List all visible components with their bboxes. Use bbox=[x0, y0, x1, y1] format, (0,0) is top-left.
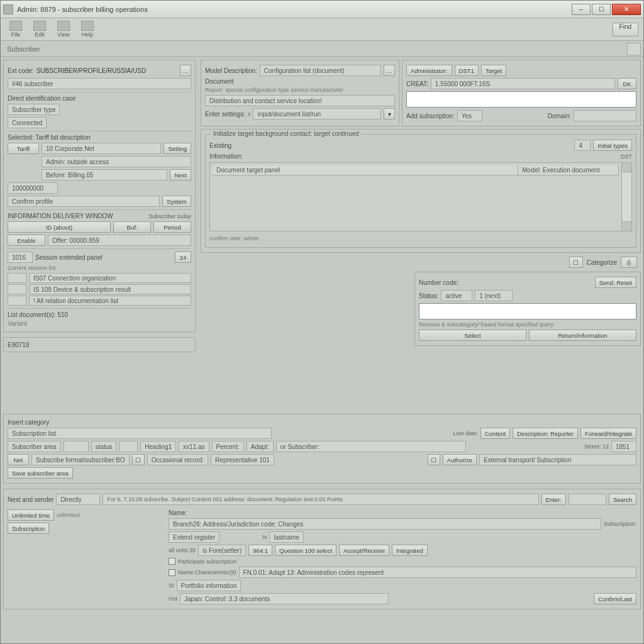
forward-button[interactable]: Forward/Integrate bbox=[580, 428, 636, 439]
send-reset-button[interactable]: Send: Reset bbox=[595, 277, 636, 288]
occasional-box[interactable]: Occasional record: bbox=[147, 454, 208, 465]
cell[interactable]: or Subscriber: bbox=[276, 441, 466, 452]
session-count[interactable]: 24 bbox=[175, 252, 191, 263]
list-header-a[interactable]: Document target panel bbox=[213, 165, 518, 175]
cell[interactable]: Percent: bbox=[212, 441, 244, 452]
offer-box[interactable]: Offer: 00000.859 bbox=[48, 235, 191, 246]
status-active-box[interactable]: active bbox=[441, 290, 472, 301]
cell[interactable] bbox=[64, 441, 89, 452]
authorize-button[interactable]: Authorize bbox=[443, 454, 477, 465]
dst1-button[interactable]: DST1 bbox=[455, 65, 479, 76]
col-c[interactable]: Period bbox=[153, 221, 191, 233]
setting-button[interactable]: Setting bbox=[164, 143, 191, 154]
dk-button[interactable]: DK bbox=[618, 78, 636, 89]
content-button[interactable]: Content bbox=[480, 428, 510, 439]
system-button[interactable]: System bbox=[162, 196, 191, 207]
confirm-last-button[interactable]: Confirm/Last bbox=[594, 593, 636, 604]
subscribe-format-box[interactable]: Subscribe format/subscriber:BO bbox=[31, 454, 130, 465]
model-desc-box[interactable]: Configuration list (document) bbox=[260, 65, 381, 76]
add-sub-value-box[interactable]: Yes bbox=[457, 110, 482, 121]
list-icon[interactable] bbox=[8, 296, 26, 306]
billing-box[interactable]: Before: Billing.05 bbox=[42, 169, 167, 180]
scrollbar[interactable] bbox=[621, 163, 631, 231]
target-button[interactable]: Target bbox=[481, 65, 506, 76]
name-char-checkbox[interactable] bbox=[169, 569, 175, 576]
japan-box[interactable]: Japan: Control: 3.3 documents bbox=[180, 593, 389, 604]
subscriber-type-box[interactable]: Subscriber type bbox=[8, 104, 60, 115]
search-button[interactable]: Search bbox=[609, 494, 636, 505]
confirm-profile-box[interactable]: Confirm profile bbox=[8, 196, 160, 207]
panel-toggle-icon[interactable] bbox=[627, 43, 641, 55]
tab-subscription[interactable]: Subscription bbox=[8, 523, 49, 534]
foresetter-box[interactable]: is Fore(setter) bbox=[198, 545, 246, 556]
status-next-box[interactable]: 1 (next) bbox=[475, 290, 513, 301]
icon-button[interactable]: ☐ bbox=[132, 454, 145, 465]
text-input[interactable] bbox=[419, 303, 636, 319]
browse-button[interactable]: … bbox=[180, 65, 191, 76]
desc-reporter-button[interactable]: Description: Reporter bbox=[513, 428, 578, 439]
checkbox-button[interactable]: ☐ bbox=[569, 257, 583, 268]
browse-button[interactable]: … bbox=[384, 65, 395, 76]
rep-box[interactable]: Representative 101 bbox=[211, 454, 274, 465]
extend-reg-box[interactable]: Extend register bbox=[169, 531, 219, 543]
list-item[interactable]: IS 109 Device & subscription result bbox=[29, 284, 191, 294]
directly-box[interactable]: Directly bbox=[56, 494, 100, 505]
ratio-button[interactable]: 964:1 bbox=[248, 545, 272, 556]
connected-box[interactable]: Connected bbox=[8, 117, 47, 128]
creat-value-box[interactable]: 1.55000 000FT.16S bbox=[431, 78, 615, 89]
col-b[interactable]: Buf: bbox=[113, 221, 151, 233]
list-item[interactable]: ! All relation documentation list bbox=[29, 296, 191, 306]
cell[interactable]: Subscriber area bbox=[8, 441, 61, 452]
maximize-button[interactable]: ☐ bbox=[592, 4, 611, 15]
numeric-box[interactable]: 100000000 bbox=[8, 182, 58, 194]
enter-button[interactable]: Enter: bbox=[541, 494, 566, 505]
toolbar-item[interactable]: Edit bbox=[30, 21, 50, 38]
session-id-box[interactable]: 1016 bbox=[8, 252, 33, 263]
toolbar-item[interactable]: File bbox=[6, 21, 26, 38]
integrated-button[interactable]: Integrated bbox=[392, 545, 428, 556]
breadcrumb[interactable]: Subscriber bbox=[1, 45, 47, 53]
admin-access-box[interactable]: Admin: outside access bbox=[42, 156, 191, 167]
branch-box[interactable]: Branch26: Address/Jurisdiction code: Cha… bbox=[169, 518, 601, 530]
fn-box[interactable]: FN.0.01: Adapt 13: Administration codes … bbox=[239, 567, 636, 578]
external-transport-box[interactable]: External transport/ Subscription bbox=[479, 454, 636, 465]
find-button[interactable]: Find bbox=[613, 23, 638, 36]
enter-value-box[interactable] bbox=[569, 494, 606, 505]
subscription-list-tab[interactable]: Subscription list bbox=[8, 428, 272, 439]
toolbar-item[interactable]: View bbox=[53, 21, 74, 38]
icon-button[interactable]: ☐ bbox=[428, 454, 440, 465]
list-item[interactable]: IS07 Connection organization bbox=[29, 273, 191, 283]
save-button[interactable]: Save subscriber area bbox=[8, 467, 73, 479]
search-input[interactable] bbox=[406, 91, 636, 108]
settings-path-box[interactable]: input/document.list/run bbox=[253, 108, 381, 119]
print-icon[interactable]: ⎙ bbox=[621, 257, 637, 268]
existing-count-box[interactable]: 4 bbox=[574, 140, 591, 151]
portfolio-box[interactable]: Portfolio information bbox=[177, 580, 242, 591]
return-info-button[interactable]: Return/information bbox=[529, 330, 636, 341]
lastname-box[interactable]: lastname bbox=[269, 531, 304, 543]
toolbar-item[interactable]: Help bbox=[77, 21, 97, 38]
distribution-box[interactable]: Distribution and contact service locatio… bbox=[205, 95, 395, 106]
tab-unlimited[interactable]: Unlimited time bbox=[8, 509, 54, 521]
list-icon[interactable] bbox=[8, 273, 26, 283]
cell[interactable]: Adapt: bbox=[247, 441, 274, 452]
accept-button[interactable]: Accept/Receive bbox=[339, 545, 389, 556]
dropdown-button[interactable]: ▾ bbox=[384, 108, 395, 119]
domain-box[interactable] bbox=[574, 110, 636, 121]
street-value-box[interactable]: 1851 bbox=[611, 441, 636, 452]
close-button[interactable]: ✕ bbox=[612, 4, 641, 15]
minimize-button[interactable]: – bbox=[572, 4, 591, 15]
select-button[interactable]: Select bbox=[419, 330, 526, 341]
tariff-value-box[interactable]: 10 Corporate.Net bbox=[42, 143, 161, 154]
list-icon[interactable] bbox=[8, 284, 26, 294]
cell[interactable]: xx11.as bbox=[179, 441, 209, 452]
question-button[interactable]: Question 100 select bbox=[275, 545, 336, 556]
participate-checkbox[interactable] bbox=[169, 558, 175, 565]
next-button[interactable]: Next bbox=[170, 169, 191, 180]
cell[interactable]: Heading1 bbox=[140, 441, 176, 452]
list-header-b[interactable]: Model: Execution document bbox=[518, 165, 619, 175]
cell[interactable]: status bbox=[91, 441, 117, 452]
col-a[interactable]: ID (about) bbox=[8, 221, 111, 233]
cell[interactable] bbox=[119, 441, 138, 452]
initial-types-button[interactable]: Initial types bbox=[593, 140, 632, 151]
